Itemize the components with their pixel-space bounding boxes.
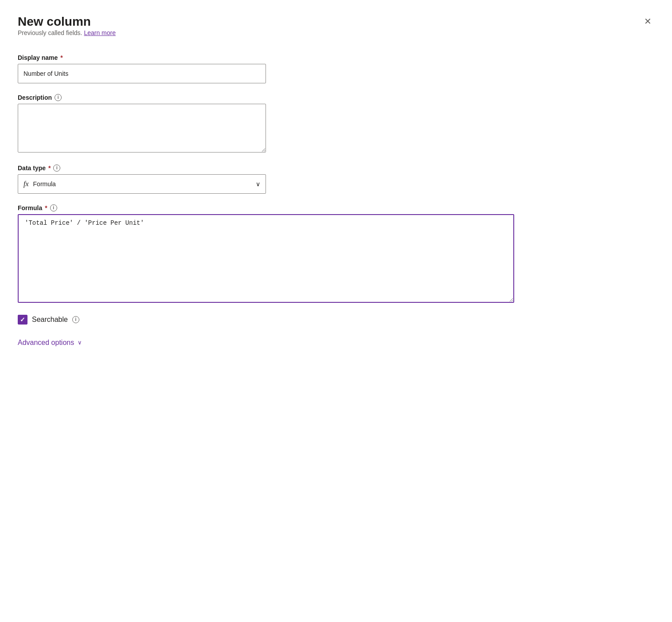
- data-type-select-wrapper: fx Formula ∨: [18, 174, 266, 194]
- display-name-section: Display name *: [18, 54, 266, 83]
- advanced-options-row[interactable]: Advanced options ∨: [18, 339, 654, 347]
- searchable-info-icon: i: [72, 316, 79, 323]
- searchable-section: ✓ Searchable i: [18, 315, 654, 325]
- display-name-label: Display name *: [18, 54, 266, 61]
- display-name-input[interactable]: [18, 64, 266, 83]
- data-type-required: *: [48, 164, 51, 172]
- formula-label: Formula * i: [18, 204, 514, 211]
- data-type-section: Data type * i fx Formula ∨: [18, 164, 266, 194]
- formula-required: *: [45, 204, 47, 211]
- close-icon: ✕: [644, 17, 652, 26]
- data-type-select[interactable]: fx Formula ∨: [18, 174, 266, 194]
- header-left: New column Previously called fields. Lea…: [18, 14, 116, 51]
- subtitle-text: Previously called fields.: [18, 29, 82, 36]
- formula-fx-icon: fx: [23, 180, 29, 188]
- new-column-panel: New column Previously called fields. Lea…: [0, 0, 672, 622]
- data-type-label: Data type * i: [18, 164, 266, 172]
- description-input[interactable]: [18, 104, 266, 153]
- formula-input[interactable]: 'Total Price' / 'Price Per Unit': [18, 214, 514, 303]
- data-type-info-icon: i: [53, 164, 60, 172]
- close-button[interactable]: ✕: [641, 14, 654, 28]
- advanced-options-text: Advanced options: [18, 339, 74, 347]
- description-label: Description i: [18, 94, 266, 101]
- learn-more-link[interactable]: Learn more: [84, 29, 116, 36]
- advanced-options-chevron-icon: ∨: [78, 339, 82, 346]
- formula-info-icon: i: [50, 204, 57, 211]
- data-type-value: Formula: [33, 180, 251, 188]
- description-info-icon: i: [55, 94, 62, 101]
- panel-header: New column Previously called fields. Lea…: [18, 14, 654, 51]
- panel-title: New column: [18, 14, 116, 29]
- searchable-checkbox-wrapper[interactable]: ✓: [18, 315, 27, 325]
- description-section: Description i: [18, 94, 266, 154]
- formula-section: Formula * i 'Total Price' / 'Price Per U…: [18, 204, 514, 304]
- subtitle: Previously called fields. Learn more: [18, 29, 116, 36]
- data-type-chevron-icon: ∨: [256, 180, 260, 188]
- display-name-required: *: [60, 54, 63, 61]
- searchable-label: Searchable: [32, 316, 68, 324]
